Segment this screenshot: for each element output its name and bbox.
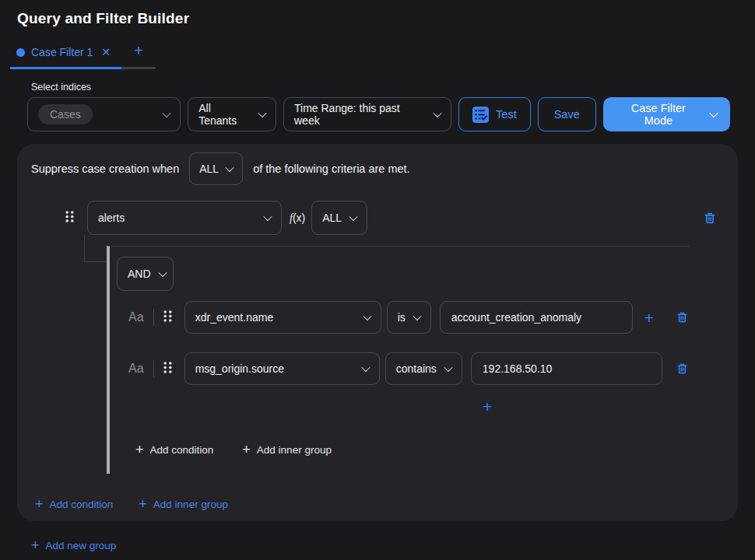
plus-icon: + xyxy=(35,497,44,511)
group-header-row: alerts f(x) ALL xyxy=(31,201,724,235)
unsaved-dot-icon xyxy=(16,48,25,57)
tab-bar: Case Filter 1 ✕ + xyxy=(0,39,755,69)
add-condition-label: Add condition xyxy=(50,499,114,510)
plus-icon: + xyxy=(242,443,251,457)
save-button[interactable]: Save xyxy=(538,97,596,131)
add-new-group-button[interactable]: + Add new group xyxy=(31,538,116,552)
group-operator-select[interactable]: ALL xyxy=(311,201,367,235)
select-indices-label: Select indices xyxy=(31,82,755,93)
chevron-down-icon xyxy=(413,312,421,320)
plus-icon: + xyxy=(644,310,654,326)
add-condition-inline-row: + xyxy=(117,398,689,415)
page-footer-actions: + Add new group xyxy=(31,538,755,552)
plus-icon: + xyxy=(483,398,492,415)
group-operator-value: ALL xyxy=(322,212,342,224)
add-inner-group-button[interactable]: + Add inner group xyxy=(139,497,228,511)
toolbar: Cases All Tenants Time Range: this past … xyxy=(0,97,755,131)
condition-row-actions: + xyxy=(644,310,689,326)
add-condition-label: Add condition xyxy=(150,444,214,456)
condition-row-actions xyxy=(676,362,689,376)
condition-row: Aa msg_origin.source contains xyxy=(117,352,689,385)
divider xyxy=(153,360,154,377)
delete-condition-button[interactable] xyxy=(676,310,689,324)
condition-operator-value: is xyxy=(398,311,406,324)
add-value-button[interactable]: + xyxy=(644,310,654,326)
indices-select[interactable]: Cases xyxy=(27,97,181,131)
chevron-down-icon xyxy=(258,109,266,117)
text-type-icon: Aa xyxy=(128,362,145,376)
chevron-down-icon xyxy=(709,109,718,117)
add-condition-button[interactable]: + Add condition xyxy=(135,443,213,457)
fx-label: f(x) xyxy=(290,212,305,225)
tab-label: Case Filter 1 xyxy=(31,46,93,58)
condition-operator-value: contains xyxy=(396,362,437,375)
case-filter-mode-label: Case Filter Mode xyxy=(616,102,701,127)
group-field-value: alerts xyxy=(98,212,125,224)
page-title: Query and Filter Builder xyxy=(0,0,755,27)
test-checklist-icon xyxy=(472,107,489,123)
add-inner-group-button[interactable]: + Add inner group xyxy=(242,443,332,457)
chevron-down-icon xyxy=(163,109,171,117)
add-tab-button[interactable]: + xyxy=(121,39,156,69)
indices-selected-chip[interactable]: Cases xyxy=(38,104,93,124)
suppress-operator-select[interactable]: ALL xyxy=(189,152,243,185)
condition-field-select[interactable]: xdr_event.name xyxy=(184,301,381,334)
chevron-down-icon xyxy=(225,163,234,172)
test-button-label: Test xyxy=(496,108,517,121)
condition-row: Aa xdr_event.name is + xyxy=(117,301,689,334)
case-filter-mode-button[interactable]: Case Filter Mode xyxy=(603,97,730,131)
add-inner-group-label: Add inner group xyxy=(257,444,332,456)
condition-operator-select[interactable]: is xyxy=(387,301,431,334)
add-new-group-label: Add new group xyxy=(46,540,117,551)
tree-connector-line xyxy=(84,235,107,262)
inner-group-actions: + Add condition + Add inner group xyxy=(117,443,689,457)
delete-condition-button[interactable] xyxy=(676,362,689,376)
condition-value-input[interactable] xyxy=(440,301,633,334)
group-actions: + Add condition + Add inner group xyxy=(31,497,724,511)
drag-handle-icon[interactable] xyxy=(65,210,75,226)
tab-close-icon[interactable]: ✕ xyxy=(101,46,111,58)
logic-operator-select[interactable]: AND xyxy=(117,257,174,291)
save-button-label: Save xyxy=(554,108,580,121)
condition-field-select[interactable]: msg_origin.source xyxy=(184,352,380,385)
suppress-text-prefix: Suppress case creation when xyxy=(31,163,179,175)
divider xyxy=(153,309,154,326)
time-range-value: Time Range: this past week xyxy=(294,102,426,127)
condition-field-value: xdr_event.name xyxy=(195,311,273,324)
drag-handle-icon[interactable] xyxy=(163,361,173,377)
tab-case-filter-1[interactable]: Case Filter 1 ✕ xyxy=(10,39,121,69)
chevron-down-icon xyxy=(158,268,167,277)
chevron-down-icon xyxy=(363,312,371,320)
tenant-select-value: All Tenants xyxy=(198,102,251,127)
tenant-select[interactable]: All Tenants xyxy=(188,97,276,131)
chevron-down-icon xyxy=(444,363,452,372)
chevron-down-icon xyxy=(433,109,441,117)
add-condition-inline-button[interactable]: + xyxy=(483,398,492,415)
test-button[interactable]: Test xyxy=(458,97,531,131)
delete-group-button[interactable] xyxy=(703,211,717,226)
suppress-text-suffix: of the following criteria are met. xyxy=(253,163,409,175)
add-inner-group-label: Add inner group xyxy=(153,499,228,510)
plus-icon: + xyxy=(135,443,144,457)
group-field-select[interactable]: alerts xyxy=(87,201,282,235)
plus-icon: + xyxy=(139,497,147,511)
drag-handle-icon[interactable] xyxy=(163,310,173,326)
text-type-icon: Aa xyxy=(128,310,145,324)
condition-value-input[interactable] xyxy=(471,352,662,385)
condition-field-value: msg_origin.source xyxy=(195,362,284,375)
chevron-down-icon xyxy=(263,212,272,221)
filter-group-panel: Suppress case creation when ALL of the f… xyxy=(17,144,738,521)
chevron-down-icon xyxy=(349,212,357,221)
suppress-operator-value: ALL xyxy=(199,163,219,175)
suppress-rule-row: Suppress case creation when ALL of the f… xyxy=(31,152,724,185)
logic-operator-value: AND xyxy=(128,268,151,280)
inner-condition-group: AND Aa xdr_event.name is xyxy=(107,246,689,474)
plus-icon: + xyxy=(31,538,40,552)
add-condition-button[interactable]: + Add condition xyxy=(35,497,113,511)
condition-operator-select[interactable]: contains xyxy=(385,352,462,385)
chevron-down-icon xyxy=(361,363,370,372)
time-range-select[interactable]: Time Range: this past week xyxy=(283,97,451,131)
